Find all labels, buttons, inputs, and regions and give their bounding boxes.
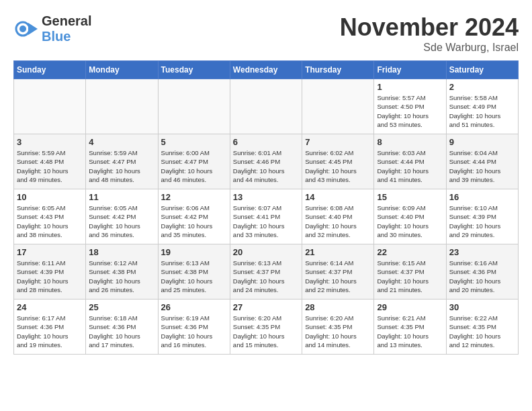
calendar-day-cell: 5Sunrise: 6:00 AMSunset: 4:47 PMDaylight… xyxy=(158,134,230,189)
day-info: Sunrise: 6:21 AMSunset: 4:35 PMDaylight:… xyxy=(377,314,443,349)
calendar-week-row: 1Sunrise: 5:57 AMSunset: 4:50 PMDaylight… xyxy=(14,79,519,134)
calendar-day-cell xyxy=(86,79,158,134)
day-of-week-header: Friday xyxy=(374,61,446,79)
day-number: 2 xyxy=(449,82,515,92)
day-info: Sunrise: 6:10 AMSunset: 4:39 PMDaylight:… xyxy=(449,203,515,239)
day-number: 10 xyxy=(17,192,83,202)
day-number: 23 xyxy=(449,247,515,257)
calendar-day-cell xyxy=(230,79,302,134)
calendar-day-cell: 25Sunrise: 6:18 AMSunset: 4:36 PMDayligh… xyxy=(86,300,158,355)
day-number: 19 xyxy=(161,247,227,257)
day-info: Sunrise: 5:59 AMSunset: 4:48 PMDaylight:… xyxy=(17,148,83,184)
day-info: Sunrise: 6:06 AMSunset: 4:42 PMDaylight:… xyxy=(161,203,227,239)
day-number: 17 xyxy=(17,247,83,257)
calendar-day-cell: 9Sunrise: 6:04 AMSunset: 4:44 PMDaylight… xyxy=(446,134,518,189)
logo: GeneralBlue xyxy=(13,13,91,44)
day-number: 22 xyxy=(377,247,443,257)
day-number: 30 xyxy=(449,302,515,312)
day-info: Sunrise: 6:18 AMSunset: 4:36 PMDaylight:… xyxy=(89,314,154,349)
calendar-day-cell: 2Sunrise: 5:58 AMSunset: 4:49 PMDaylight… xyxy=(446,79,518,134)
day-number: 13 xyxy=(233,192,299,202)
calendar-day-cell: 28Sunrise: 6:20 AMSunset: 4:35 PMDayligh… xyxy=(302,300,374,355)
page-header: GeneralBlue November 2024 Sde Warburg, I… xyxy=(13,13,519,54)
calendar-day-cell: 27Sunrise: 6:20 AMSunset: 4:35 PMDayligh… xyxy=(230,300,302,355)
calendar-week-row: 10Sunrise: 6:05 AMSunset: 4:43 PMDayligh… xyxy=(14,189,519,244)
day-info: Sunrise: 6:08 AMSunset: 4:40 PMDaylight:… xyxy=(305,203,371,239)
svg-marker-2 xyxy=(28,23,38,35)
calendar-day-cell xyxy=(302,79,374,134)
day-info: Sunrise: 6:05 AMSunset: 4:42 PMDaylight:… xyxy=(89,203,154,239)
day-info: Sunrise: 6:02 AMSunset: 4:45 PMDaylight:… xyxy=(305,148,371,184)
calendar-day-cell: 7Sunrise: 6:02 AMSunset: 4:45 PMDaylight… xyxy=(302,134,374,189)
calendar-day-cell: 21Sunrise: 6:14 AMSunset: 4:37 PMDayligh… xyxy=(302,244,374,300)
calendar-day-cell: 26Sunrise: 6:19 AMSunset: 4:36 PMDayligh… xyxy=(158,300,230,355)
day-number: 14 xyxy=(305,192,371,202)
day-number: 26 xyxy=(161,302,227,312)
day-number: 6 xyxy=(233,137,299,147)
day-number: 12 xyxy=(161,192,227,202)
location: Sde Warburg, Israel xyxy=(340,42,519,54)
calendar-day-cell: 3Sunrise: 5:59 AMSunset: 4:48 PMDaylight… xyxy=(14,134,86,189)
day-info: Sunrise: 6:19 AMSunset: 4:36 PMDaylight:… xyxy=(161,314,227,349)
calendar-body: 1Sunrise: 5:57 AMSunset: 4:50 PMDaylight… xyxy=(14,79,519,355)
day-of-week-header: Tuesday xyxy=(158,61,230,79)
day-of-week-header: Saturday xyxy=(446,61,518,79)
calendar-day-cell: 12Sunrise: 6:06 AMSunset: 4:42 PMDayligh… xyxy=(158,189,230,244)
day-info: Sunrise: 5:58 AMSunset: 4:49 PMDaylight:… xyxy=(449,93,515,129)
calendar-day-cell: 4Sunrise: 5:59 AMSunset: 4:47 PMDaylight… xyxy=(86,134,158,189)
calendar-day-cell: 18Sunrise: 6:12 AMSunset: 4:38 PMDayligh… xyxy=(86,244,158,300)
month-title: November 2024 xyxy=(340,13,519,42)
day-info: Sunrise: 6:04 AMSunset: 4:44 PMDaylight:… xyxy=(449,148,515,184)
logo-text: GeneralBlue xyxy=(42,13,91,44)
calendar-day-cell: 22Sunrise: 6:15 AMSunset: 4:37 PMDayligh… xyxy=(374,244,446,300)
day-info: Sunrise: 6:14 AMSunset: 4:37 PMDaylight:… xyxy=(305,259,371,294)
day-number: 8 xyxy=(377,137,443,147)
calendar-day-cell: 15Sunrise: 6:09 AMSunset: 4:40 PMDayligh… xyxy=(374,189,446,244)
day-number: 3 xyxy=(17,137,83,147)
calendar-day-cell: 16Sunrise: 6:10 AMSunset: 4:39 PMDayligh… xyxy=(446,189,518,244)
calendar-header-row: SundayMondayTuesdayWednesdayThursdayFrid… xyxy=(14,61,519,79)
day-info: Sunrise: 6:22 AMSunset: 4:35 PMDaylight:… xyxy=(449,314,515,349)
day-info: Sunrise: 6:03 AMSunset: 4:44 PMDaylight:… xyxy=(377,148,443,184)
day-info: Sunrise: 6:20 AMSunset: 4:35 PMDaylight:… xyxy=(305,314,371,349)
calendar-week-row: 3Sunrise: 5:59 AMSunset: 4:48 PMDaylight… xyxy=(14,134,519,189)
day-number: 21 xyxy=(305,247,371,257)
day-info: Sunrise: 6:17 AMSunset: 4:36 PMDaylight:… xyxy=(17,314,83,349)
calendar-day-cell: 24Sunrise: 6:17 AMSunset: 4:36 PMDayligh… xyxy=(14,300,86,355)
day-of-week-header: Wednesday xyxy=(230,61,302,79)
day-number: 7 xyxy=(305,137,371,147)
calendar-day-cell: 13Sunrise: 6:07 AMSunset: 4:41 PMDayligh… xyxy=(230,189,302,244)
calendar-day-cell: 23Sunrise: 6:16 AMSunset: 4:36 PMDayligh… xyxy=(446,244,518,300)
day-info: Sunrise: 5:57 AMSunset: 4:50 PMDaylight:… xyxy=(377,93,443,129)
day-info: Sunrise: 6:00 AMSunset: 4:47 PMDaylight:… xyxy=(161,148,227,184)
day-of-week-header: Monday xyxy=(86,61,158,79)
calendar-day-cell: 19Sunrise: 6:13 AMSunset: 4:38 PMDayligh… xyxy=(158,244,230,300)
day-of-week-header: Sunday xyxy=(14,61,86,79)
day-number: 16 xyxy=(449,192,515,202)
calendar-day-cell: 30Sunrise: 6:22 AMSunset: 4:35 PMDayligh… xyxy=(446,300,518,355)
calendar-day-cell: 20Sunrise: 6:13 AMSunset: 4:37 PMDayligh… xyxy=(230,244,302,300)
day-info: Sunrise: 6:15 AMSunset: 4:37 PMDaylight:… xyxy=(377,259,443,294)
calendar-table: SundayMondayTuesdayWednesdayThursdayFrid… xyxy=(13,60,519,355)
day-info: Sunrise: 6:13 AMSunset: 4:37 PMDaylight:… xyxy=(233,259,299,294)
svg-point-1 xyxy=(19,26,26,32)
calendar-day-cell: 10Sunrise: 6:05 AMSunset: 4:43 PMDayligh… xyxy=(14,189,86,244)
calendar-week-row: 17Sunrise: 6:11 AMSunset: 4:39 PMDayligh… xyxy=(14,244,519,300)
title-block: November 2024 Sde Warburg, Israel xyxy=(340,13,519,54)
day-number: 9 xyxy=(449,137,515,147)
calendar-day-cell: 17Sunrise: 6:11 AMSunset: 4:39 PMDayligh… xyxy=(14,244,86,300)
day-info: Sunrise: 5:59 AMSunset: 4:47 PMDaylight:… xyxy=(89,148,154,184)
day-number: 24 xyxy=(17,302,83,312)
day-of-week-header: Thursday xyxy=(302,61,374,79)
logo-graphic xyxy=(13,16,39,42)
day-info: Sunrise: 6:20 AMSunset: 4:35 PMDaylight:… xyxy=(233,314,299,349)
day-info: Sunrise: 6:11 AMSunset: 4:39 PMDaylight:… xyxy=(17,259,83,294)
day-info: Sunrise: 6:09 AMSunset: 4:40 PMDaylight:… xyxy=(377,203,443,239)
day-info: Sunrise: 6:12 AMSunset: 4:38 PMDaylight:… xyxy=(89,259,154,294)
day-number: 20 xyxy=(233,247,299,257)
day-number: 18 xyxy=(89,247,154,257)
day-info: Sunrise: 6:13 AMSunset: 4:38 PMDaylight:… xyxy=(161,259,227,294)
day-info: Sunrise: 6:05 AMSunset: 4:43 PMDaylight:… xyxy=(17,203,83,239)
day-info: Sunrise: 6:07 AMSunset: 4:41 PMDaylight:… xyxy=(233,203,299,239)
calendar-day-cell: 8Sunrise: 6:03 AMSunset: 4:44 PMDaylight… xyxy=(374,134,446,189)
